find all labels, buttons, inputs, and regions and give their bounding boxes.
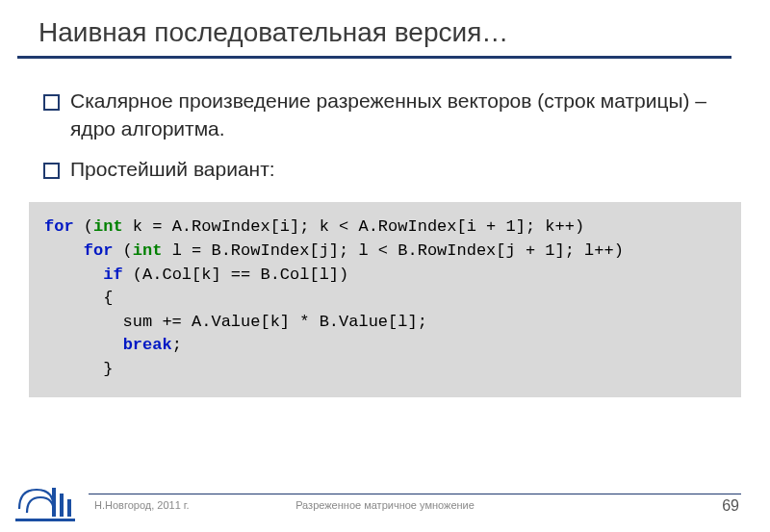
code-text: k = A.RowIndex[i]; k < A.RowIndex[i + 1]… (123, 217, 584, 236)
keyword-if: if (103, 266, 122, 284)
keyword-break: break (123, 336, 172, 354)
keyword-for: for (44, 217, 74, 236)
content-area: Скалярное произведение разреженных векто… (0, 59, 770, 183)
slide: Наивная последовательная версия… Скалярн… (0, 0, 770, 532)
code-text: sum += A.Value[k] * B.Value[l]; (44, 313, 427, 331)
keyword-for: for (84, 241, 114, 260)
code-text: ( (113, 241, 132, 260)
bullet-item: Скалярное произведение разреженных векто… (43, 88, 722, 142)
code-text: ( (74, 217, 93, 236)
code-text (44, 241, 84, 260)
footer-center-text: Разреженное матричное умножение (0, 499, 770, 511)
code-text (44, 266, 103, 284)
title-bar: Наивная последовательная версия… (17, 0, 732, 59)
keyword-int: int (133, 241, 163, 260)
code-text: l = B.RowIndex[j]; l < B.RowIndex[j + 1]… (162, 241, 623, 260)
code-text: { (44, 289, 113, 307)
bullet-list: Скалярное произведение разреженных векто… (43, 88, 722, 183)
code-text (44, 336, 123, 354)
footer: Н.Новгород, 2011 г. Разреженное матрично… (0, 482, 770, 532)
code-text: ; (172, 336, 182, 354)
bullet-item: Простейший вариант: (43, 156, 722, 183)
code-text: (A.Col[k] == B.Col[l]) (123, 266, 349, 284)
keyword-int: int (93, 217, 123, 236)
svg-rect-3 (15, 519, 75, 521)
code-block: for (int k = A.RowIndex[i]; k < A.RowInd… (29, 202, 741, 396)
slide-title: Наивная последовательная версия… (38, 17, 732, 48)
footer-divider (89, 494, 741, 494)
code-text: } (44, 360, 113, 378)
page-number: 69 (722, 497, 739, 515)
